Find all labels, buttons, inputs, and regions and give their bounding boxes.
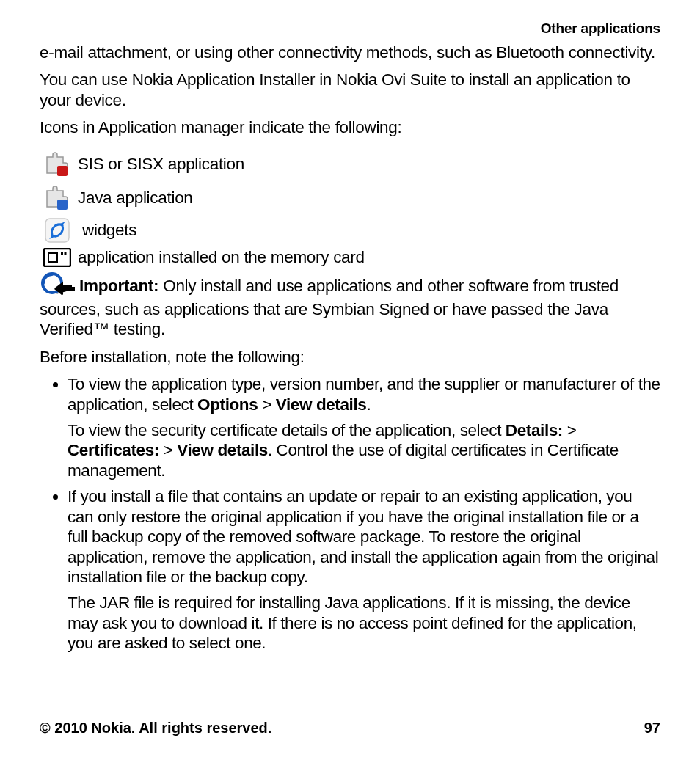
svg-rect-0 [57,166,68,176]
paragraph: You can use Nokia Application Installer … [40,70,660,110]
list-item: To view the application type, version nu… [68,374,660,481]
page-footer: © 2010 Nokia. All rights reserved. 97 [40,720,660,737]
paragraph: Before installation, note the following: [40,347,660,367]
menu-path-segment: View details [177,441,268,459]
icon-label: Java application [78,189,193,208]
text: > [159,441,177,459]
paragraph: Icons in Application manager indicate th… [40,117,660,137]
page-header: Other applications [40,21,660,37]
menu-path-segment: Certificates: [68,441,159,459]
text: . [366,395,371,414]
text: > [258,395,275,414]
document-page: Other applications e-mail attachment, or… [0,0,700,760]
svg-rect-8 [61,252,63,255]
svg-rect-7 [49,254,56,261]
important-icon [40,272,76,297]
memory-card-icon [40,248,75,267]
paragraph: e-mail attachment, or using other connec… [40,43,660,62]
svg-rect-1 [57,200,68,210]
copyright-text: © 2010 Nokia. All rights reserved. [40,720,271,737]
java-puzzle-icon [40,183,75,213]
icon-definition-row: SIS or SISX application [40,150,660,179]
text: To view the security certificate details… [68,421,506,439]
sis-puzzle-icon [40,150,75,179]
important-label: Important: [79,277,158,295]
important-note: Important: Only install and use applicat… [40,274,660,340]
list-item: If you install a file that contains an u… [68,486,660,654]
svg-rect-9 [65,252,67,255]
icon-definition-row: Java application [40,183,660,213]
icon-definition-row: widgets [40,217,660,244]
text: If you install a file that contains an u… [68,487,658,586]
svg-rect-2 [45,219,69,242]
icon-label: widgets [82,221,136,240]
text: The JAR file is required for installing … [68,593,660,653]
menu-path-segment: Options [197,395,258,414]
menu-path-segment: View details [276,395,367,414]
widgets-icon [40,217,75,244]
icon-label: application installed on the memory card [78,248,365,267]
bullet-list: To view the application type, version nu… [40,374,660,654]
page-number: 97 [644,720,660,737]
menu-path-segment: Details: [506,421,563,439]
text: > [563,421,577,439]
icon-label: SIS or SISX application [78,155,244,174]
icon-definition-row: application installed on the memory card [40,248,660,267]
